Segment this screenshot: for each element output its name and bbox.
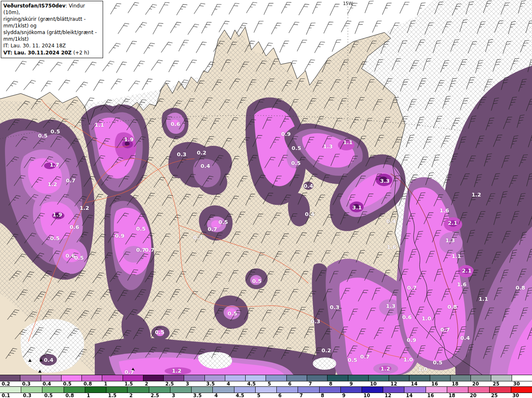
legend-swatch: [430, 375, 451, 381]
legend-tick-label: 6: [286, 381, 291, 387]
legend-swatch: [491, 375, 512, 381]
legend-tick-label: 8: [328, 381, 332, 387]
legend-tick-label: 4: [213, 393, 218, 398]
legend-swatch: [266, 375, 286, 381]
legend-tick-label: 14: [409, 381, 418, 387]
legend-tick-label: 5: [266, 381, 271, 387]
legend-tick-label: 3.5: [204, 381, 214, 387]
legend-tick-label: 2: [128, 393, 133, 398]
legend-swatch: [369, 375, 389, 381]
header-line-3: slydda/snjókoma (grátt/bleikt/grænt - mm…: [3, 29, 101, 42]
valid-time-line: VT: Lau. 30.11.2024 20Z (+2 h): [3, 49, 101, 56]
legend-swatch: [234, 387, 256, 393]
legend-swatch: [287, 375, 307, 381]
legend-tick-label: 25: [490, 393, 498, 398]
legend-tick-label: 0.3: [20, 381, 30, 387]
legend-swatch: [246, 375, 266, 381]
legend-swatch: [21, 387, 42, 393]
header-line-2: rigning/skúrir (grænt/blátt/rautt - mm/1…: [3, 16, 101, 29]
legend-tick-label: 30: [512, 381, 520, 387]
init-time: IT: Lau. 30. 11. 2024 18Z: [3, 42, 101, 49]
legend-swatch: [64, 387, 85, 393]
legend-bar-sleet-snow-scale: [0, 375, 532, 381]
meridian-label: 15W: [343, 1, 353, 6]
legend-swatch: [20, 375, 41, 381]
legend-swatch: [62, 375, 82, 381]
legend-values-rain-scale: 0.10.30.50.811.522.533.544.5567891012141…: [0, 393, 532, 398]
valid-offset: (+2 h): [71, 50, 89, 56]
legend-swatch: [0, 387, 21, 393]
legend: 0.20.30.40.50.811.522.533.544.5567891012…: [0, 375, 532, 398]
legend-tick-label: 4: [225, 381, 230, 387]
legend-tick-label: 1.5: [106, 393, 116, 398]
legend-swatch: [298, 387, 319, 393]
legend-tick-label: 8: [319, 393, 324, 398]
legend-tick-label: 0.8: [64, 393, 74, 398]
legend-swatch: [409, 375, 430, 381]
legend-swatch: [348, 375, 369, 381]
legend-swatch: [328, 375, 348, 381]
legend-swatch: [362, 387, 383, 393]
weather-map-page: 0.50.51.11.90.60.30.20.41.70.71.21.91.20…: [0, 0, 532, 398]
legend-tick-label: 5: [255, 393, 260, 398]
legend-tick-label: 0.5: [62, 381, 71, 387]
legend-swatch: [205, 375, 225, 381]
legend-tick-label: 14: [404, 393, 413, 398]
legend-tick-label: 18: [450, 381, 458, 387]
legend-tick-label: 16: [426, 393, 434, 398]
legend-tick-label: 0.2: [0, 381, 10, 387]
legend-tick-label: 10: [368, 381, 377, 387]
legend-swatch: [511, 387, 532, 393]
legend-swatch: [149, 387, 170, 393]
forecast-map: 0.50.51.11.90.60.30.20.41.70.71.21.91.20…: [0, 0, 532, 375]
legend-tick-label: 1.5: [123, 381, 133, 387]
legend-tick-label: 25: [491, 381, 500, 387]
legend-swatch: [451, 375, 471, 381]
legend-tick-label: 0.5: [42, 393, 52, 398]
valid-time: VT: Lau. 30.11.2024 20Z: [3, 50, 71, 56]
legend-swatch: [164, 375, 184, 381]
legend-tick-label: 16: [430, 381, 438, 387]
legend-tick-label: 0.4: [41, 381, 51, 387]
legend-swatch: [213, 387, 234, 393]
legend-swatch: [106, 387, 128, 393]
legend-swatch: [123, 375, 143, 381]
legend-swatch: [192, 387, 213, 393]
legend-swatch: [490, 387, 511, 393]
legend-swatch: [307, 375, 328, 381]
legend-swatch: [184, 375, 204, 381]
legend-tick-label: 4.5: [234, 393, 244, 398]
legend-swatch: [170, 387, 192, 393]
legend-tick-label: 0.8: [82, 381, 92, 387]
legend-tick-label: 6: [277, 393, 282, 398]
legend-swatch: [471, 375, 491, 381]
legend-swatch: [225, 375, 246, 381]
legend-tick-label: 20: [468, 393, 476, 398]
legend-swatch: [128, 387, 149, 393]
legend-tick-label: 1: [102, 381, 107, 387]
legend-tick-label: 7: [307, 381, 312, 387]
legend-tick-label: 12: [383, 393, 392, 398]
legend-swatch: [404, 387, 426, 393]
legend-tick-label: 18: [447, 393, 455, 398]
legend-tick-label: 3: [170, 393, 175, 398]
legend-tick-label: 0.3: [21, 393, 31, 398]
legend-swatch: [341, 387, 362, 393]
legend-swatch: [389, 375, 409, 381]
legend-swatch: [447, 387, 468, 393]
legend-swatch: [426, 387, 447, 393]
legend-swatch: [383, 387, 404, 393]
legend-swatch: [0, 375, 20, 381]
legend-swatch: [277, 387, 298, 393]
legend-values-sleet-snow-scale: 0.20.30.40.50.811.522.533.544.5567891012…: [0, 381, 532, 387]
model-title: Veðurstofan/IS750dev: [3, 3, 66, 9]
legend-swatch: [320, 387, 341, 393]
legend-swatch: [42, 387, 64, 393]
legend-tick-label: 0.1: [0, 393, 10, 398]
header-line-1: Veðurstofan/IS750dev: Vindur (10m),: [3, 2, 101, 16]
legend-tick-label: 12: [389, 381, 397, 387]
legend-swatch: [102, 375, 123, 381]
legend-swatch: [41, 375, 62, 381]
legend-swatch: [85, 387, 106, 393]
legend-swatch: [512, 375, 532, 381]
